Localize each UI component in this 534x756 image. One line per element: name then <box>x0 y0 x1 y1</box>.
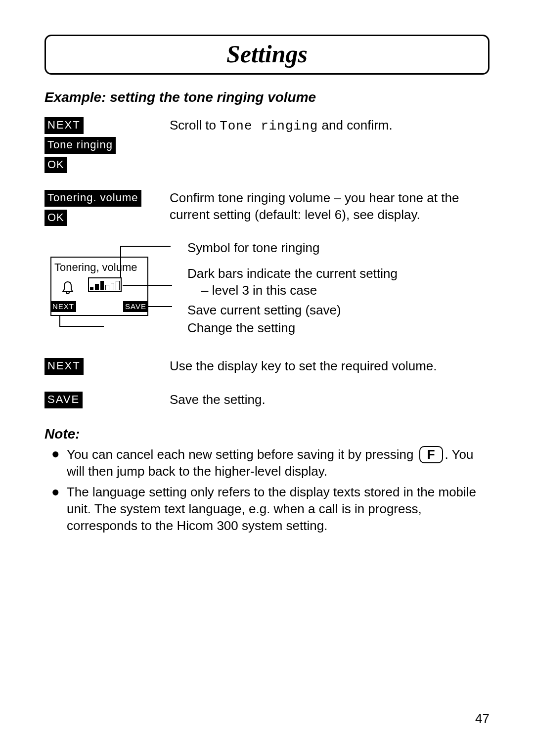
example-subhead: Example: setting the tone ringing volume <box>44 89 490 106</box>
step-2-desc: Confirm tone ringing volume – you hear t… <box>166 190 490 223</box>
callout-change: Change the setting <box>187 320 490 337</box>
desc-before: Scroll to <box>170 118 220 133</box>
phone-soft-keys: NEXT SAVE <box>50 301 148 312</box>
bullet-icon: ● <box>51 447 60 461</box>
callout-save: Save current setting (save) <box>187 302 490 319</box>
lead-line <box>123 285 172 286</box>
menu-label: Tonering. volume <box>44 190 141 207</box>
step-1-display: NEXT Tone ringing OK <box>44 117 166 176</box>
step-3-desc: Use the display key to set the required … <box>166 358 490 375</box>
note-1-text: You can cancel each new setting before s… <box>67 446 490 480</box>
menu-label: Tone ringing <box>44 137 116 154</box>
step-3-display: NEXT <box>44 358 166 378</box>
step-4-display: SAVE <box>44 392 166 411</box>
note-list: ● You can cancel each new setting before… <box>44 446 490 534</box>
step-4-desc: Save the setting. <box>166 392 490 408</box>
bullet-icon: ● <box>51 485 60 499</box>
callout-bars-a: Dark bars indicate the current setting <box>187 266 398 281</box>
step-1: NEXT Tone ringing OK Scroll to Tone ring… <box>44 117 490 176</box>
callout-bars: Dark bars indicate the current setting –… <box>187 266 490 299</box>
lcd-text: Tone ringing <box>220 119 318 133</box>
note-2-text: The language setting only refers to the … <box>67 484 490 534</box>
lead-line <box>59 316 60 327</box>
manual-page: Settings Example: setting the tone ringi… <box>0 0 534 756</box>
softkey-save: SAVE <box>123 301 148 312</box>
note-item-2: ● The language setting only refers to th… <box>44 484 490 534</box>
ok-label: OK <box>44 157 67 174</box>
desc-after: and confirm. <box>318 118 392 133</box>
lead-line <box>120 246 121 278</box>
lead-line <box>121 246 171 247</box>
step-4: SAVE Save the setting. <box>44 392 490 411</box>
page-number: 47 <box>475 711 490 727</box>
bell-icon <box>61 280 74 300</box>
softkey-next: NEXT <box>50 301 76 312</box>
note-item-1: ● You can cancel each new setting before… <box>44 446 490 480</box>
note-1a: You can cancel each new setting before s… <box>67 447 417 462</box>
step-2-display: Tonering. volume OK <box>44 190 166 229</box>
save-label: SAVE <box>44 392 83 408</box>
next-label: NEXT <box>44 358 84 375</box>
phone-screen-title: Tonering, volume <box>54 261 137 275</box>
step-1-desc: Scroll to Tone ringing and confirm. <box>166 117 490 135</box>
callout-bars-b: – level 3 in this case <box>201 283 317 298</box>
page-title: Settings <box>226 40 308 68</box>
volume-bars <box>88 277 122 292</box>
page-title-bar: Settings <box>44 35 490 75</box>
display-diagram: Tonering, volume NEXT SAVE <box>44 243 166 327</box>
diagram-callouts: Symbol for tone ringing Dark bars indica… <box>166 243 490 344</box>
f-key-icon: F <box>419 446 443 463</box>
step-3: NEXT Use the display key to set the requ… <box>44 358 490 378</box>
lead-line <box>59 326 104 327</box>
step-2: Tonering. volume OK Confirm tone ringing… <box>44 190 490 229</box>
display-diagram-row: Tonering, volume NEXT SAVE <box>44 243 490 344</box>
ok-label: OK <box>44 210 67 226</box>
callout-symbol: Symbol for tone ringing <box>187 240 490 257</box>
note-heading: Note: <box>44 425 490 443</box>
next-label: NEXT <box>44 117 84 134</box>
